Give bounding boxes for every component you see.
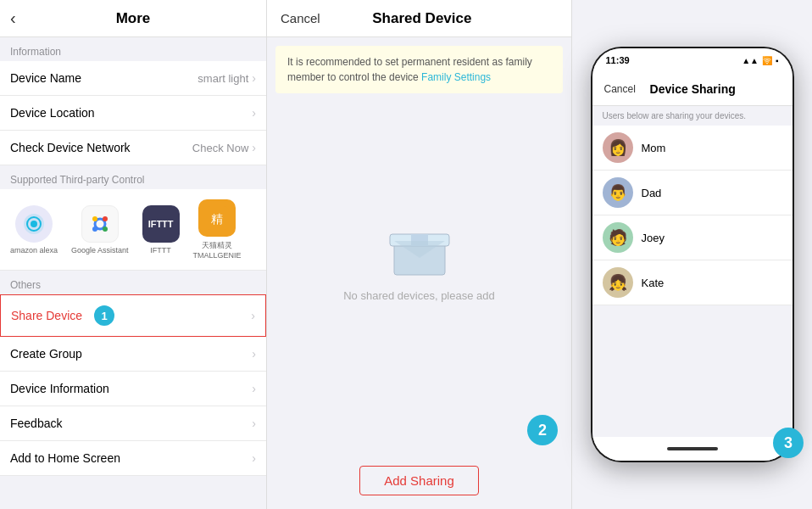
share-device-label: Share Device bbox=[11, 309, 82, 322]
add-home-label: Add to Home Screen bbox=[10, 451, 120, 465]
alexa-item[interactable]: amazon alexa bbox=[10, 205, 58, 255]
device-name-value: smart light › bbox=[197, 71, 256, 85]
device-information-item[interactable]: Device Information › bbox=[0, 372, 266, 406]
svg-point-7 bbox=[92, 227, 97, 232]
user-item-dad[interactable]: 👨 Dad bbox=[592, 171, 793, 215]
device-information-label: Device Information bbox=[10, 382, 109, 395]
feedback-chevron: › bbox=[252, 417, 256, 430]
badge-2: 2 bbox=[527, 415, 558, 445]
section-others-label: Others bbox=[0, 271, 266, 294]
panel-shared-device: Cancel Shared Device It is recommended t… bbox=[267, 0, 572, 509]
panel-phone: 11:39 ▲▲ 🛜 ▪ Cancel Device Sharing Users… bbox=[572, 0, 812, 509]
back-button[interactable]: ‹ bbox=[10, 8, 16, 28]
tmall-icon: 精 bbox=[198, 199, 236, 237]
avatar-dad: 👨 bbox=[603, 177, 633, 208]
section-information-label: Information bbox=[0, 37, 266, 61]
third-party-controls: amazon alexa Google Assistant IFTTT IFTT… bbox=[0, 189, 266, 271]
google-assistant-icon bbox=[81, 205, 119, 243]
svg-point-6 bbox=[103, 227, 108, 232]
phone-bottom-bar bbox=[592, 437, 793, 461]
warning-box: It is recommended to set permanent resid… bbox=[275, 46, 563, 93]
create-group-label: Create Group bbox=[10, 347, 82, 361]
panel1-title: More bbox=[116, 10, 151, 27]
phone-frame: 11:39 ▲▲ 🛜 ▪ Cancel Device Sharing Users… bbox=[591, 47, 794, 462]
family-settings-link[interactable]: Family Settings bbox=[421, 71, 491, 83]
phone-status-bar: 11:39 ▲▲ 🛜 ▪ bbox=[592, 48, 793, 72]
device-information-chevron: › bbox=[252, 382, 256, 395]
phone-cancel-button[interactable]: Cancel bbox=[604, 83, 636, 95]
empty-label: No shared devices, please add bbox=[343, 289, 495, 302]
add-home-item[interactable]: Add to Home Screen › bbox=[0, 441, 266, 476]
user-name-joey: Joey bbox=[642, 232, 665, 244]
device-location-item[interactable]: Device Location › bbox=[0, 96, 266, 131]
avatar-kate: 👧 bbox=[603, 267, 633, 298]
avatar-joey: 🧑 bbox=[603, 222, 633, 253]
add-sharing-button[interactable]: Add Sharing bbox=[359, 466, 479, 495]
warning-text: It is recommended to set permanent resid… bbox=[287, 56, 532, 83]
create-group-item[interactable]: Create Group › bbox=[0, 337, 266, 372]
share-device-chevron: › bbox=[251, 309, 255, 322]
panel2-footer: Add Sharing bbox=[267, 452, 571, 509]
panel2-header: Cancel Shared Device bbox=[267, 0, 571, 37]
user-name-dad: Dad bbox=[642, 187, 662, 199]
phone-title: Device Sharing bbox=[650, 82, 736, 96]
check-network-label: Check Device Network bbox=[10, 141, 131, 154]
tmall-label: 天猫精灵 TMALLGENIE bbox=[193, 240, 242, 260]
badge-1: 1 bbox=[94, 305, 114, 326]
user-name-kate: Kate bbox=[642, 277, 665, 289]
empty-state: No shared devices, please add bbox=[267, 102, 571, 415]
feedback-item[interactable]: Feedback › bbox=[0, 406, 266, 441]
user-item-joey[interactable]: 🧑 Joey bbox=[592, 215, 793, 260]
wifi-icon: 🛜 bbox=[762, 56, 772, 65]
google-assistant-label: Google Assistant bbox=[71, 246, 129, 255]
user-list: 👩 Mom 👨 Dad 🧑 Joey 👧 Kate bbox=[592, 126, 793, 305]
signal-icon: ▲▲ bbox=[742, 56, 759, 65]
svg-point-4 bbox=[103, 216, 108, 221]
ifttt-label: IFTTT bbox=[150, 246, 171, 255]
home-indicator bbox=[667, 447, 718, 450]
phone-subtitle: Users below are sharing your devices. bbox=[592, 106, 793, 126]
share-device-item[interactable]: Share Device 1 › bbox=[0, 294, 266, 337]
alexa-icon bbox=[15, 205, 53, 243]
ifttt-item[interactable]: IFTTT IFTTT bbox=[142, 205, 180, 255]
user-name-mom: Mom bbox=[642, 142, 666, 154]
device-location-chevron: › bbox=[252, 106, 256, 120]
panel2-title: Shared Device bbox=[372, 10, 471, 27]
phone-status-icons: ▲▲ 🛜 ▪ bbox=[742, 56, 778, 65]
google-assistant-item[interactable]: Google Assistant bbox=[71, 205, 129, 255]
device-location-label: Device Location bbox=[10, 106, 95, 120]
check-network-value: Check Now › bbox=[192, 141, 256, 154]
device-name-label: Device Name bbox=[10, 71, 81, 85]
ifttt-icon: IFTTT bbox=[142, 205, 180, 243]
create-group-chevron: › bbox=[252, 347, 256, 361]
avatar-mom: 👩 bbox=[603, 132, 633, 163]
empty-box-icon bbox=[381, 215, 458, 279]
svg-text:精: 精 bbox=[211, 212, 223, 226]
phone-screen: 11:39 ▲▲ 🛜 ▪ Cancel Device Sharing Users… bbox=[592, 48, 793, 461]
add-home-chevron: › bbox=[252, 451, 256, 465]
panel-more: ‹ More Information Device Name smart lig… bbox=[0, 0, 267, 509]
user-item-kate[interactable]: 👧 Kate bbox=[592, 260, 793, 305]
check-network-item[interactable]: Check Device Network Check Now › bbox=[0, 131, 266, 165]
battery-icon: ▪ bbox=[776, 56, 779, 65]
tmall-item[interactable]: 精 天猫精灵 TMALLGENIE bbox=[193, 199, 242, 260]
alexa-label: amazon alexa bbox=[10, 246, 58, 255]
badge-3: 3 bbox=[773, 428, 804, 458]
panel1-header: ‹ More bbox=[0, 0, 266, 37]
user-item-mom[interactable]: 👩 Mom bbox=[592, 126, 793, 171]
section-third-party-label: Supported Third-party Control bbox=[0, 165, 266, 189]
device-name-item[interactable]: Device Name smart light › bbox=[0, 61, 266, 96]
phone-time: 11:39 bbox=[606, 55, 630, 65]
svg-point-5 bbox=[92, 216, 97, 221]
phone-header: Cancel Device Sharing bbox=[592, 72, 793, 106]
svg-point-2 bbox=[31, 221, 37, 227]
panel2-cancel-button[interactable]: Cancel bbox=[281, 11, 320, 25]
feedback-label: Feedback bbox=[10, 417, 62, 430]
